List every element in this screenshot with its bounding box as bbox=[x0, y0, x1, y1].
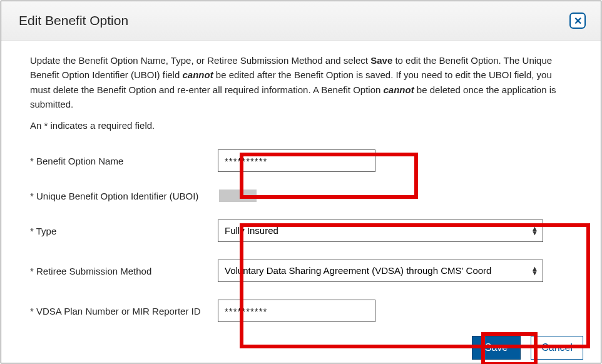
retiree-method-select[interactable]: Voluntary Data Sharing Agreement (VDSA) … bbox=[218, 260, 543, 282]
close-icon: ✕ bbox=[574, 15, 582, 27]
edit-benefit-option-dialog: Edit Benefit Option ✕ Update the Benefit… bbox=[1, 1, 601, 363]
required-field-note: An * indicates a required field. bbox=[30, 120, 572, 131]
dialog-header: Edit Benefit Option ✕ bbox=[1, 1, 601, 41]
description-text: Update the Benefit Option Name, Type, or… bbox=[30, 53, 572, 111]
row-type: * Type Fully Insured ▲▼ bbox=[30, 220, 572, 242]
form-area: * Benefit Option Name * Unique Benefit O… bbox=[30, 149, 572, 322]
close-button[interactable]: ✕ bbox=[569, 13, 586, 29]
label-uboi: * Unique Benefit Option Identifier (UBOI… bbox=[30, 191, 218, 201]
dialog-footer: Save Cancel bbox=[1, 336, 601, 364]
row-benefit-option-name: * Benefit Option Name bbox=[30, 149, 572, 172]
dialog-body: Update the Benefit Option Name, Type, or… bbox=[1, 41, 601, 336]
cancel-button[interactable]: Cancel bbox=[531, 336, 583, 360]
uboi-readonly-value bbox=[219, 190, 257, 202]
row-retiree-method: * Retiree Submission Method Voluntary Da… bbox=[30, 260, 572, 282]
label-benefit-option-name: * Benefit Option Name bbox=[30, 156, 218, 166]
save-button[interactable]: Save bbox=[472, 336, 521, 360]
row-uboi: * Unique Benefit Option Identifier (UBOI… bbox=[30, 190, 572, 202]
type-select-wrap: Fully Insured ▲▼ bbox=[218, 220, 543, 242]
dialog-title: Edit Benefit Option bbox=[19, 13, 128, 28]
label-vdsa-plan-number: * VDSA Plan Number or MIR Reporter ID bbox=[30, 306, 218, 316]
label-retiree-method: * Retiree Submission Method bbox=[30, 266, 218, 276]
highlight-box-selects bbox=[240, 223, 590, 348]
type-select[interactable]: Fully Insured bbox=[218, 220, 543, 242]
vdsa-plan-number-input[interactable] bbox=[218, 300, 375, 322]
benefit-option-name-input[interactable] bbox=[218, 149, 375, 172]
row-vdsa-plan-number: * VDSA Plan Number or MIR Reporter ID bbox=[30, 300, 572, 322]
retiree-method-select-wrap: Voluntary Data Sharing Agreement (VDSA) … bbox=[218, 260, 543, 282]
label-type: * Type bbox=[30, 226, 218, 236]
